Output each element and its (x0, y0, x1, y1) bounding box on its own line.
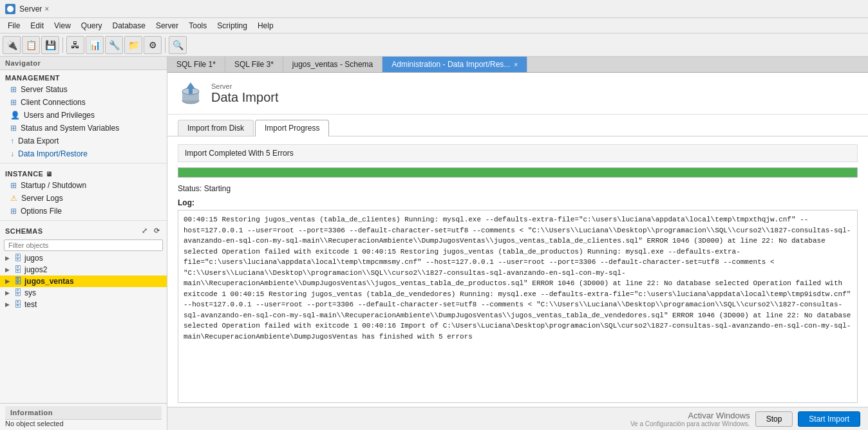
activate-windows-sub: Ve a Configuración para activar Windows. (175, 420, 750, 427)
progress-bar-inner (178, 168, 857, 177)
schema-item-test[interactable]: ▶ 🗄 test (0, 299, 167, 310)
tree-arrow-jugos: ▶ (5, 255, 12, 261)
toolbar: 🔌 📋 💾 🖧 📊 🔧 📁 ⚙ 🔍 (0, 33, 868, 57)
tab-sql-file-1[interactable]: SQL File 1* (167, 57, 225, 72)
toolbar-btn-5[interactable]: 🔧 (105, 36, 123, 54)
schemas-expand-icon[interactable]: ⤢ (140, 226, 149, 236)
toolbar-btn-7[interactable]: ⚙ (144, 36, 162, 54)
toolbar-new-connection[interactable]: 🔌 (3, 36, 21, 54)
tab-sql-file-3[interactable]: SQL File 3* (225, 57, 283, 72)
menu-bar: File Edit View Query Database Server Too… (0, 18, 868, 33)
navigator-header: Navigator (0, 57, 167, 70)
sidebar-item-users-privileges[interactable]: 👤 Users and Privileges (0, 109, 167, 122)
tab-jugos-ventas-schema[interactable]: jugos_ventas - Schema (283, 57, 382, 72)
schema-item-jugos[interactable]: ▶ 🗄 jugos (0, 252, 167, 264)
tab-close-icon[interactable]: × (514, 61, 518, 68)
bottom-bar: Activar Windows Ve a Configuración para … (167, 407, 868, 430)
toolbar-btn-1[interactable]: 📋 (22, 36, 40, 54)
activate-windows-title: Activar Windows (175, 411, 750, 420)
schema-item-sys[interactable]: ▶ 🗄 sys (0, 287, 167, 299)
page-header-icon (178, 80, 203, 106)
client-connections-icon: ⊞ (10, 98, 17, 107)
tab-data-import[interactable]: Administration - Data Import/Res... × (382, 57, 527, 72)
sidebar-item-data-import[interactable]: ↓ Data Import/Restore (0, 147, 167, 160)
sidebar-item-server-logs[interactable]: ⚠ Server Logs (0, 192, 167, 205)
schema-db-icon-jugos-ventas: 🗄 (14, 277, 22, 286)
management-label: MANAGEMENT (0, 70, 167, 83)
schema-db-icon-sys: 🗄 (14, 288, 22, 297)
instance-label: INSTANCE 🖥 (0, 166, 167, 179)
startup-icon: ⊞ (10, 181, 17, 190)
progress-bar-outer (178, 167, 858, 178)
menu-database[interactable]: Database (108, 20, 151, 32)
start-import-button[interactable]: Start Import (798, 411, 860, 427)
export-icon: ↑ (10, 136, 14, 145)
sidebar-item-client-connections[interactable]: ⊞ Client Connections (0, 96, 167, 109)
log-box[interactable]: 00:40:15 Restoring jugos_ventas (tabla_d… (178, 210, 858, 403)
menu-view[interactable]: View (49, 20, 76, 32)
logs-icon: ⚠ (10, 194, 17, 203)
stop-button[interactable]: Stop (755, 411, 793, 427)
toolbar-btn-4[interactable]: 📊 (86, 36, 104, 54)
toolbar-sep-2 (165, 37, 165, 53)
menu-file[interactable]: File (3, 20, 25, 32)
sidebar-item-options-file[interactable]: ⊞ Options File (0, 205, 167, 218)
schema-filter-input[interactable] (4, 239, 163, 251)
sidebar-divider-2 (0, 220, 167, 221)
toolbar-btn-8[interactable]: 🔍 (169, 36, 187, 54)
menu-server[interactable]: Server (151, 20, 184, 32)
menu-tools[interactable]: Tools (184, 20, 212, 32)
schemas-header: SCHEMAS ⤢ ⟳ (0, 223, 167, 238)
tree-arrow-sys: ▶ (5, 290, 12, 296)
sidebar-item-status-variables[interactable]: ⊞ Status and System Variables (0, 122, 167, 135)
import-content: Import Completed With 5 Errors Status: S… (167, 136, 868, 407)
status-line: Status: Starting (178, 184, 858, 193)
no-object-selected: No object selected (5, 420, 162, 427)
toolbar-sep-1 (62, 37, 63, 53)
menu-help[interactable]: Help (252, 20, 279, 32)
options-icon: ⊞ (10, 207, 17, 216)
toolbar-btn-6[interactable]: 📁 (124, 36, 142, 54)
title-close-icon[interactable]: × (44, 5, 49, 14)
log-label: Log: (178, 198, 858, 207)
sub-tab-import-progress[interactable]: Import Progress (255, 120, 329, 136)
title-bar: Server × (0, 0, 868, 18)
import-status-message: Import Completed With 5 Errors (185, 149, 294, 158)
information-header: Information (5, 406, 162, 420)
information-panel: Information No object selected (0, 403, 167, 430)
sidebar-item-data-export[interactable]: ↑ Data Export (0, 135, 167, 147)
title-server-tab[interactable]: Server (19, 5, 42, 14)
main-layout: Navigator MANAGEMENT ⊞ Server Status ⊞ C… (0, 57, 868, 430)
app-icon (5, 4, 15, 14)
status-value: Starting (204, 184, 231, 193)
content-tab-bar: SQL File 1* SQL File 3* jugos_ventas - S… (167, 57, 868, 73)
users-icon: 👤 (10, 111, 20, 120)
schema-item-jugos2[interactable]: ▶ 🗄 jugos2 (0, 264, 167, 276)
schema-db-icon-jugos: 🗄 (14, 254, 22, 263)
import-icon: ↓ (10, 149, 14, 158)
menu-query[interactable]: Query (76, 20, 108, 32)
import-status-bar: Import Completed With 5 Errors (178, 144, 858, 162)
svg-point-0 (7, 6, 14, 12)
variables-icon: ⊞ (10, 124, 17, 133)
tree-arrow-test: ▶ (5, 301, 12, 308)
content-area: SQL File 1* SQL File 3* jugos_ventas - S… (167, 57, 868, 430)
schemas-label: SCHEMAS (5, 227, 43, 235)
toolbar-btn-3[interactable]: 🖧 (66, 36, 84, 54)
schema-item-jugos-ventas[interactable]: ▶ 🗄 jugos_ventas (0, 276, 167, 287)
data-import-icon (178, 81, 203, 106)
activate-windows: Activar Windows Ve a Configuración para … (175, 411, 750, 427)
schema-db-icon-jugos2: 🗄 (14, 265, 22, 274)
toolbar-btn-2[interactable]: 💾 (41, 36, 59, 54)
menu-edit[interactable]: Edit (25, 20, 49, 32)
page-header-title: Server Data Import (211, 82, 278, 105)
sidebar-item-startup-shutdown[interactable]: ⊞ Startup / Shutdown (0, 179, 167, 192)
sidebar: Navigator MANAGEMENT ⊞ Server Status ⊞ C… (0, 57, 167, 430)
sub-tab-import-from-disk[interactable]: Import from Disk (178, 120, 254, 136)
menu-scripting[interactable]: Scripting (212, 20, 252, 32)
schemas-refresh-icon[interactable]: ⟳ (152, 226, 162, 236)
server-status-icon: ⊞ (10, 85, 17, 94)
tree-arrow-jugos-ventas: ▶ (5, 278, 12, 285)
sidebar-item-server-status[interactable]: ⊞ Server Status (0, 83, 167, 96)
schema-db-icon-test: 🗄 (14, 300, 22, 309)
